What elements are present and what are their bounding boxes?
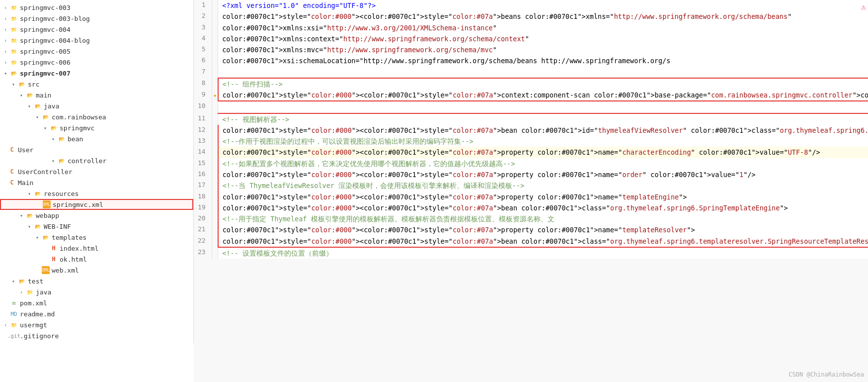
line-gutter xyxy=(212,101,218,113)
line-code: <!--当 ThymeleafViewResolver 渲染模板时，会使用该模板… xyxy=(218,180,868,191)
line-number: 11 xyxy=(194,113,212,125)
sidebar-item-resources[interactable]: ▾📂resources xyxy=(0,188,193,199)
sidebar-item-java[interactable]: ▾📂java xyxy=(0,100,193,111)
sidebar-item-springmvc-003[interactable]: ›📁springmvc-003 xyxy=(0,2,193,13)
sidebar-item-web.xml[interactable]: XMLweb.xml xyxy=(0,265,193,276)
line-number: 22 xyxy=(194,236,212,247)
expand-arrow: ▾ xyxy=(4,71,9,76)
sidebar-item-com.rainbowsea[interactable]: ▾📂com.rainbowsea xyxy=(0,111,193,122)
folder-icon: 📁 xyxy=(10,58,18,66)
line-gutter xyxy=(212,55,218,66)
line-gutter xyxy=(212,44,218,55)
folder-icon: 📁 xyxy=(10,47,18,55)
line-number: 16 xyxy=(194,169,212,180)
item-label: springmvc-004-blog xyxy=(20,37,90,44)
line-code: color:#0070c1">style="color:#000"><color… xyxy=(218,202,868,213)
sidebar-item-templates[interactable]: ▾📂templates xyxy=(0,232,193,243)
code-line-12: 12 color:#0070c1">style="color:#000"><co… xyxy=(194,125,868,136)
sidebar-item-src[interactable]: ▾📂src xyxy=(0,79,193,90)
code-line-18: 18 color:#0070c1">style="color:#000"><co… xyxy=(194,191,868,202)
folder-icon: 📁 xyxy=(26,288,34,296)
line-number: 13 xyxy=(194,136,212,147)
xml-icon: XML xyxy=(43,200,51,208)
sidebar-item-springmvc-005[interactable]: ›📁springmvc-005 xyxy=(0,46,193,57)
sidebar-item-index.html[interactable]: Hindex.html xyxy=(0,243,193,254)
sidebar-item-ok.html[interactable]: Hok.html xyxy=(0,254,193,265)
sidebar-item-springmvc-004-blog[interactable]: ›📁springmvc-004-blog xyxy=(0,35,193,46)
sidebar-item-test-java[interactable]: ›📁java xyxy=(0,286,193,297)
line-gutter xyxy=(212,202,218,213)
sidebar-item-pom.xml[interactable]: mpom.xml xyxy=(0,297,193,308)
code-line-21: 21 color:#0070c1">style="color:#000"><co… xyxy=(194,224,868,235)
line-number: 18 xyxy=(194,191,212,202)
xml-icon: XML xyxy=(42,266,50,274)
code-line-19: 19 color:#0070c1">style="color:#000"><co… xyxy=(194,202,868,213)
sidebar-item-.gitignore[interactable]: .git.gitignore xyxy=(0,330,193,341)
sidebar-item-UserController[interactable]: CUserController xyxy=(0,166,193,177)
expand-arrow: ▾ xyxy=(36,114,41,120)
sidebar-item-User[interactable]: CUser xyxy=(0,144,193,155)
code-line-14: 14 color:#0070c1">style="color:#000"><co… xyxy=(194,147,868,158)
line-gutter xyxy=(212,158,218,169)
sidebar-item-main[interactable]: ▾📂main xyxy=(0,90,193,100)
folder-icon: 📂 xyxy=(58,157,66,165)
line-number: 17 xyxy=(194,180,212,191)
code-line-5: 5 color:#0070c1">xmlns:mvc="http://www.s… xyxy=(194,44,868,55)
git-icon: .git xyxy=(10,332,18,340)
item-label: webapp xyxy=(36,212,59,219)
line-code: <!--如果配置多个视图解析器，它来决定优先使用哪个视图解析器，它的值越小优先级… xyxy=(218,158,868,169)
line-code: color:#0070c1">xmlns:context="http://www… xyxy=(218,33,868,44)
sidebar-item-springmvc-006[interactable]: ›📁springmvc-006 xyxy=(0,57,193,68)
item-label: springmvc-005 xyxy=(20,48,71,55)
code-line-9: 9⬥ color:#0070c1">style="color:#000"><co… xyxy=(194,90,868,101)
sidebar-item-springmvc[interactable]: ▾📂springmvc xyxy=(0,122,193,133)
file-tree[interactable]: ›📁springmvc-003›📁springmvc-003-blog›📁spr… xyxy=(0,0,194,343)
line-number: 6 xyxy=(194,55,212,66)
expand-arrow: › xyxy=(4,49,9,54)
line-gutter xyxy=(212,236,218,247)
line-code: color:#0070c1">style="color:#000"><color… xyxy=(218,90,868,101)
expand-arrow: ▾ xyxy=(36,235,41,240)
md-icon: MD xyxy=(10,310,18,318)
sidebar-item-readme.md[interactable]: MDreadme.md xyxy=(0,308,193,319)
line-gutter xyxy=(212,191,218,202)
line-number: 19 xyxy=(194,202,212,213)
sidebar-item-springmvc-004[interactable]: ›📁springmvc-004 xyxy=(0,24,193,35)
expand-arrow: ▾ xyxy=(44,125,49,131)
line-code: color:#0070c1">xmlns:xsi="http://www.w3.… xyxy=(218,22,868,33)
code-line-23: 23 <!-- 设置模板文件的位置（前缀） xyxy=(194,247,868,259)
item-label: bean xyxy=(68,135,83,143)
sidebar-item-springmvc-003-blog[interactable]: ›📁springmvc-003-blog xyxy=(0,13,193,24)
line-gutter xyxy=(212,213,218,224)
sidebar-item-controller[interactable]: ▾📂controller xyxy=(0,155,193,166)
line-code: color:#0070c1">style="color:#000"><color… xyxy=(218,191,868,202)
line-number: 23 xyxy=(194,247,212,259)
code-line-7: 7 xyxy=(194,67,868,78)
sidebar-item-springmvc.xml[interactable]: XMLspringmvc.xml xyxy=(0,199,193,210)
line-gutter xyxy=(212,147,218,158)
sidebar-item-test[interactable]: ▾📂test xyxy=(0,276,193,286)
code-line-3: 3 color:#0070c1">xmlns:xsi="http://www.w… xyxy=(194,22,868,33)
line-code: <!-- 视图解析器--> xyxy=(218,113,868,125)
line-code: color:#0070c1">xmlns:mvc="http://www.spr… xyxy=(218,44,868,55)
code-line-13: 13 <!--作用于视图渲染的过程中，可以设置视图渲染后输出时采用的编码字符集-… xyxy=(194,136,868,147)
sidebar-item-Main[interactable]: CMain xyxy=(0,177,193,188)
folder-icon: 📂 xyxy=(10,69,18,77)
code-line-6: 6 color:#0070c1">xsi:schemaLocation="htt… xyxy=(194,55,868,66)
sidebar-item-springmvc-007[interactable]: ▾📂springmvc-007 xyxy=(0,68,193,79)
folder-icon: 📁 xyxy=(10,25,18,33)
code-line-22: 22 color:#0070c1">style="color:#000"><co… xyxy=(194,236,868,247)
item-label: src xyxy=(28,81,39,88)
sidebar-item-usermgt[interactable]: ›📁usermgt xyxy=(0,319,193,330)
sidebar-item-WEB-INF[interactable]: ▾📂WEB-INF xyxy=(0,221,193,232)
item-label: WEB-INF xyxy=(44,223,71,230)
line-gutter xyxy=(212,78,218,90)
line-gutter xyxy=(212,224,218,235)
item-label: Main xyxy=(18,179,33,187)
sidebar-item-webapp[interactable]: ▾📂webapp xyxy=(0,210,193,221)
line-code: color:#0070c1">style="color:#000"><color… xyxy=(218,236,868,247)
editor-content[interactable]: ⚠ 1<?xml version="1.0" encoding="UTF-8"?… xyxy=(194,0,868,382)
sidebar-item-bean[interactable]: ▾📂bean xyxy=(0,133,193,144)
item-label: springmvc-003-blog xyxy=(20,15,90,22)
code-line-10: 10 xyxy=(194,101,868,113)
